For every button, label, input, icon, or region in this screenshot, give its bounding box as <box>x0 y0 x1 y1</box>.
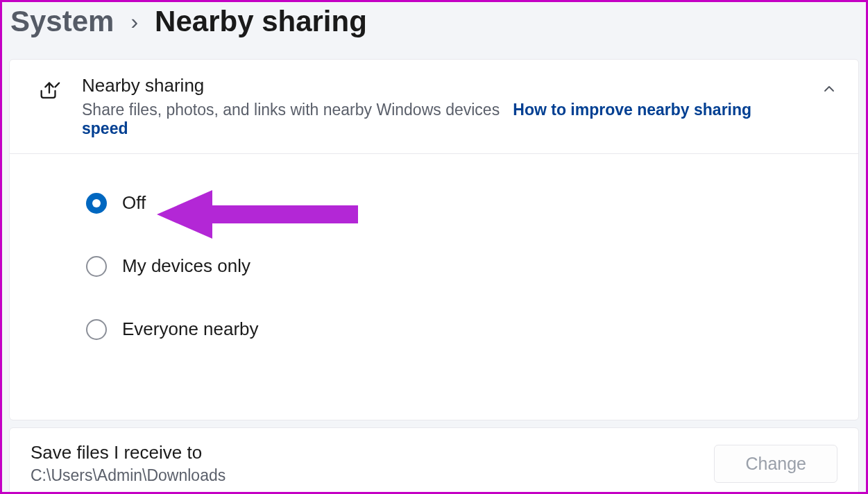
radio-label: Off <box>122 192 146 214</box>
radio-indicator <box>86 193 107 214</box>
expander-header[interactable]: Nearby sharing Share files, photos, and … <box>10 60 858 154</box>
radio-indicator <box>86 319 107 340</box>
save-location-title: Save files I receive to <box>31 442 225 463</box>
radio-option-off[interactable]: Off <box>86 192 858 214</box>
radio-indicator <box>86 256 107 277</box>
radio-option-everyone[interactable]: Everyone nearby <box>86 318 858 340</box>
chevron-up-icon[interactable] <box>821 75 837 100</box>
radio-group: Off My devices only Everyone nearby <box>10 154 858 420</box>
breadcrumb-separator: › <box>130 9 138 35</box>
breadcrumb-parent[interactable]: System <box>10 5 114 38</box>
radio-option-my-devices[interactable]: My devices only <box>86 255 858 277</box>
breadcrumb-current: Nearby sharing <box>155 5 367 38</box>
radio-label: Everyone nearby <box>122 318 259 340</box>
expander-subtitle: Share files, photos, and links with near… <box>82 101 500 119</box>
save-location-card: Save files I receive to C:\Users\Admin\D… <box>9 427 859 494</box>
expander-title: Nearby sharing <box>82 75 800 96</box>
share-icon <box>37 75 61 105</box>
nearby-sharing-card: Nearby sharing Share files, photos, and … <box>9 59 859 420</box>
save-location-path: C:\Users\Admin\Downloads <box>31 466 225 485</box>
change-button[interactable]: Change <box>714 445 837 483</box>
breadcrumb: System › Nearby sharing <box>2 2 866 59</box>
radio-label: My devices only <box>122 255 250 277</box>
